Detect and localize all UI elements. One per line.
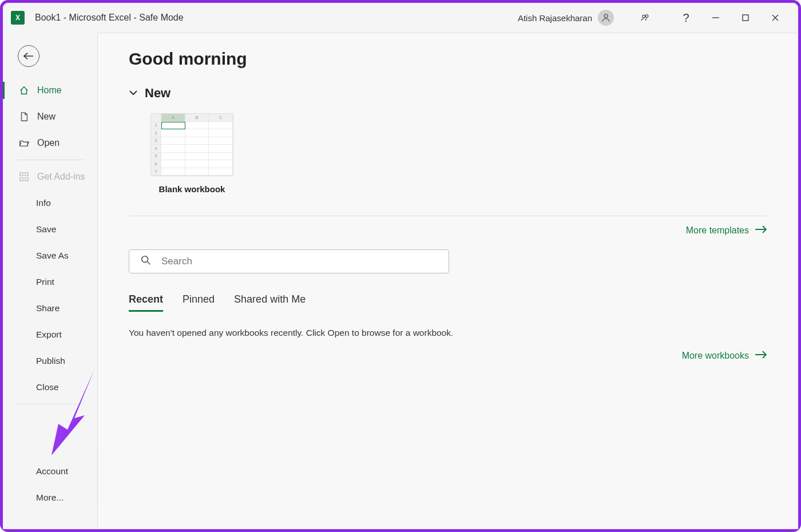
sidebar-item-label: Account [36, 466, 68, 477]
section-title: New [145, 86, 170, 101]
sidebar-item-save[interactable]: Save [3, 216, 97, 243]
sidebar-item-label: Export [36, 329, 62, 340]
svg-rect-8 [25, 173, 28, 176]
more-templates-link[interactable]: More templates [129, 225, 767, 236]
tab-pinned[interactable]: Pinned [183, 293, 215, 312]
sidebar-item-label: Get Add-ins [37, 172, 85, 182]
svg-point-0 [604, 14, 608, 18]
tab-label: Shared with Me [234, 293, 306, 305]
svg-line-12 [148, 262, 150, 265]
tab-shared[interactable]: Shared with Me [234, 293, 306, 312]
link-label: More workbooks [682, 351, 749, 361]
main-panel: Good morning New ABC 1 2 3 4 5 6 [97, 33, 798, 529]
tab-label: Pinned [183, 293, 215, 305]
titlebar: X Book1 - Microsoft Excel - Safe Mode At… [3, 3, 798, 33]
sidebar-item-home[interactable]: Home [3, 77, 97, 104]
divider [17, 160, 84, 160]
window-title: Book1 - Microsoft Excel - Safe Mode [35, 13, 184, 23]
tabs: Recent Pinned Shared with Me [129, 293, 767, 312]
sidebar-item-publish[interactable]: Publish [3, 348, 97, 374]
sidebar-item-label: Save [36, 224, 56, 235]
sidebar-item-close[interactable]: Close [3, 374, 97, 400]
sidebar-item-account[interactable]: Account [3, 458, 97, 485]
svg-point-2 [645, 15, 648, 18]
folder-open-icon [19, 138, 29, 148]
new-section-header[interactable]: New [129, 86, 767, 101]
user-avatar[interactable] [598, 10, 614, 26]
svg-point-1 [643, 15, 645, 18]
sidebar-item-label: Close [36, 382, 59, 392]
blank-workbook-template[interactable]: ABC 1 2 3 4 5 6 7 Blank workbook [150, 113, 233, 194]
svg-rect-4 [743, 15, 748, 21]
arrow-right-icon [755, 351, 767, 361]
maximize-button[interactable] [731, 9, 760, 27]
sidebar-item-label: New [37, 112, 55, 122]
sidebar-item-label: Publish [36, 356, 65, 366]
minimize-button[interactable] [701, 9, 731, 27]
close-button[interactable] [760, 9, 790, 27]
sidebar-item-label: More... [36, 493, 64, 503]
sidebar-item-label: Open [37, 138, 60, 148]
sidebar-item-info[interactable]: Info [3, 190, 97, 216]
sidebar-item-label: Save As [36, 251, 69, 261]
svg-rect-7 [20, 173, 23, 176]
divider [17, 404, 84, 404]
search-icon [141, 255, 161, 268]
sidebar-item-label: Share [36, 303, 60, 313]
arrow-right-icon [755, 225, 767, 236]
svg-rect-10 [25, 178, 28, 181]
empty-message: You haven't opened any workbooks recentl… [129, 328, 767, 338]
sidebar-item-get-addins: Get Add-ins [3, 164, 97, 190]
search-input[interactable] [161, 256, 437, 267]
help-button[interactable]: ? [671, 9, 701, 27]
more-workbooks-link[interactable]: More workbooks [682, 351, 767, 361]
coming-soon-icon[interactable] [630, 9, 660, 27]
sidebar-item-label: Home [37, 85, 62, 96]
template-label: Blank workbook [150, 184, 233, 194]
home-icon [19, 85, 29, 96]
divider [129, 216, 767, 216]
user-name[interactable]: Atish Rajasekharan [518, 13, 592, 23]
chevron-down-icon [129, 88, 138, 98]
sidebar-item-print[interactable]: Print [3, 269, 97, 295]
tab-label: Recent [129, 293, 163, 305]
excel-app-icon: X [11, 11, 25, 25]
back-button[interactable] [18, 45, 39, 67]
sidebar: Home New Open Get Add-ins Info Save Save… [3, 33, 97, 529]
sidebar-item-more[interactable]: More... [3, 485, 97, 511]
sidebar-item-export[interactable]: Export [3, 321, 97, 348]
svg-rect-9 [20, 178, 23, 181]
sidebar-item-new[interactable]: New [3, 104, 97, 130]
tab-recent[interactable]: Recent [129, 293, 163, 312]
sidebar-item-label: Print [36, 277, 54, 287]
link-label: More templates [686, 225, 749, 236]
svg-point-11 [142, 256, 148, 263]
sidebar-item-share[interactable]: Share [3, 295, 97, 321]
sidebar-item-save-as[interactable]: Save As [3, 243, 97, 269]
sidebar-item-label: Info [36, 198, 51, 208]
template-thumbnail: ABC 1 2 3 4 5 6 7 [150, 113, 233, 176]
search-box[interactable] [129, 249, 449, 273]
sidebar-item-open[interactable]: Open [3, 130, 97, 156]
document-icon [19, 112, 29, 122]
greeting-heading: Good morning [129, 49, 767, 69]
addins-icon [19, 172, 29, 182]
